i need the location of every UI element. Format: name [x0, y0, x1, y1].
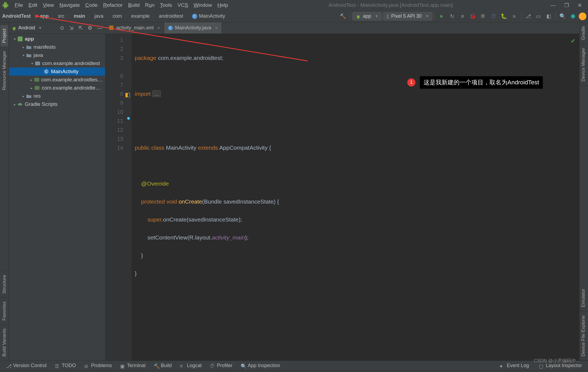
layout-inspector-icon: ▢ [539, 363, 544, 368]
bc-com[interactable]: com [112, 13, 122, 19]
bc-java[interactable]: java [94, 13, 104, 19]
rail-project[interactable]: Project [1, 24, 8, 47]
bt-todo[interactable]: ☰TODO [53, 362, 78, 369]
menu-code[interactable]: Code [82, 1, 100, 9]
bc-app[interactable]: app [39, 13, 49, 19]
problems-icon: ⊘ [84, 363, 89, 368]
bc-example[interactable]: example [131, 13, 150, 19]
tree-main-activity[interactable]: CMainActivity [9, 67, 105, 76]
test-package-icon [34, 77, 39, 83]
make-project-icon[interactable]: 🔨 [338, 12, 348, 21]
bc-androidtest[interactable]: androidtest [158, 13, 184, 19]
rail-build-variants[interactable]: Build Variants [1, 324, 8, 361]
tree-res[interactable]: ▸res [9, 92, 105, 100]
rail-favorites[interactable]: Favorites [1, 297, 8, 324]
tree-pkg-main[interactable]: ▾com.example.androidtest [9, 59, 105, 67]
menu-help[interactable]: Help [215, 1, 231, 9]
bt-build[interactable]: 🔨Build [152, 362, 174, 369]
account-avatar[interactable] [579, 13, 586, 20]
collapse-all-icon[interactable]: ⇱ [78, 25, 83, 31]
folder-icon [26, 93, 32, 99]
device-icon: ▯ [387, 14, 389, 19]
close-tab-icon[interactable]: × [157, 25, 160, 31]
bc-main[interactable]: main [73, 13, 86, 19]
coverage-icon[interactable]: ⛨ [479, 12, 488, 21]
rail-gradle[interactable]: Gradle [580, 22, 588, 44]
run-configuration-selector[interactable]: app ▼ [352, 12, 382, 20]
terminal-icon: ▣ [120, 363, 125, 368]
dropdown-icon: ▼ [38, 26, 42, 30]
class-icon: C [168, 26, 173, 30]
profiler-button[interactable]: ⏱ [489, 12, 498, 21]
menu-edit[interactable]: Edit [26, 1, 40, 9]
android-icon [12, 26, 17, 30]
annotation-callout: 1 这是我新建的一个项目，取名为AndroidTest [407, 76, 543, 89]
class-icon: C [43, 69, 49, 75]
activity-gutter-icon[interactable]: ◧ [125, 90, 130, 99]
rail-device-manager[interactable]: Device Manager [580, 44, 588, 86]
override-gutter-icon[interactable] [127, 117, 130, 120]
menu-view[interactable]: View [40, 1, 57, 9]
tab-label: activity_main.xml [116, 25, 154, 31]
attach-debugger-icon[interactable]: 🐛 [499, 12, 509, 21]
rail-structure[interactable]: Structure [1, 271, 8, 297]
rail-device-file-explorer[interactable]: Device File Explorer [580, 311, 588, 361]
menu-refactor[interactable]: Refactor [100, 1, 125, 9]
code-changes-icon[interactable]: ≡ [458, 12, 467, 21]
run-config-label: app [363, 13, 371, 19]
menu-navigate[interactable]: Navigate [57, 1, 82, 9]
inspection-ok-icon[interactable]: ✔ [571, 36, 575, 45]
device-label: Pixel 5 API 30 [391, 13, 422, 19]
hide-button[interactable]: ― [97, 25, 102, 31]
bt-event-log[interactable]: ●Event Log [498, 362, 531, 369]
search-icon[interactable]: 🔍 [558, 12, 567, 21]
tab-activity-main[interactable]: activity_main.xml × [105, 22, 164, 33]
bc-project[interactable]: AndroidTest [2, 13, 31, 19]
close-button[interactable]: ✕ [578, 2, 582, 8]
avd-icon[interactable]: ▭ [534, 12, 543, 21]
maximize-button[interactable]: ❐ [564, 2, 569, 8]
bt-problems[interactable]: ⊘Problems [82, 362, 114, 369]
bt-profiler[interactable]: ⏱Profiler [208, 362, 235, 369]
menu-window[interactable]: Window [191, 1, 215, 9]
menu-run[interactable]: Run [142, 1, 157, 9]
settings-icon[interactable] [568, 12, 578, 21]
device-selector[interactable]: ▯ Pixel 5 API 30 ▼ [383, 12, 433, 20]
menu-tools[interactable]: Tools [157, 1, 175, 9]
run-button[interactable] [437, 12, 446, 21]
bottom-tool-bar: ⎇Version Control ☰TODO ⊘Problems ▣Termin… [0, 361, 588, 370]
close-tab-icon[interactable]: × [215, 25, 218, 31]
svg-rect-2 [34, 78, 39, 82]
bc-src[interactable]: src [57, 13, 65, 19]
tree-gradle-scripts[interactable]: ▸Gradle Scripts [9, 100, 105, 108]
project-view-selector[interactable]: Android ▼ [12, 25, 42, 31]
stop-button[interactable]: ■ [510, 12, 519, 21]
bc-class[interactable]: CMainActivity [192, 13, 225, 19]
debug-button[interactable]: 🐞 [468, 12, 477, 21]
tree-app[interactable]: ▾app [9, 35, 105, 43]
menu-vcs[interactable]: VCS [175, 1, 191, 9]
git-icon[interactable]: ⎇ [523, 12, 533, 21]
apply-changes-icon[interactable]: ↻ [448, 12, 457, 21]
minimize-button[interactable]: ― [550, 2, 556, 8]
import-fold[interactable]: ... [152, 90, 161, 97]
tree-pkg-androidtest[interactable]: ▸com.example.androidtest (a [9, 76, 105, 84]
bt-vcs[interactable]: ⎇Version Control [4, 362, 49, 369]
tree-java[interactable]: ▾java [9, 51, 105, 59]
settings-icon[interactable]: ⚙ [88, 25, 92, 31]
tree-pkg-unittest[interactable]: ▸com.example.androidtest (t [9, 84, 105, 92]
sdk-icon[interactable]: ◧ [544, 12, 553, 21]
package-icon [35, 60, 41, 66]
gutter: 1236 78910 11121314 ◧ [105, 34, 131, 361]
expand-all-icon[interactable]: ⇲ [69, 25, 74, 31]
rail-emulator[interactable]: Emulator [580, 285, 588, 311]
menu-file[interactable]: File [12, 1, 26, 9]
rail-resource-manager[interactable]: Resource Manager [1, 47, 8, 94]
bt-logcat[interactable]: ≡Logcat [178, 362, 204, 369]
menu-build[interactable]: Build [125, 1, 142, 9]
select-opened-icon[interactable]: ⊙ [60, 25, 64, 31]
bt-app-inspection[interactable]: 🔍App Inspection [238, 362, 282, 369]
tab-main-activity[interactable]: C MainActivity.java × [164, 22, 222, 33]
tree-manifests[interactable]: ▸manifests [9, 43, 105, 51]
bt-terminal[interactable]: ▣Terminal [118, 362, 148, 369]
